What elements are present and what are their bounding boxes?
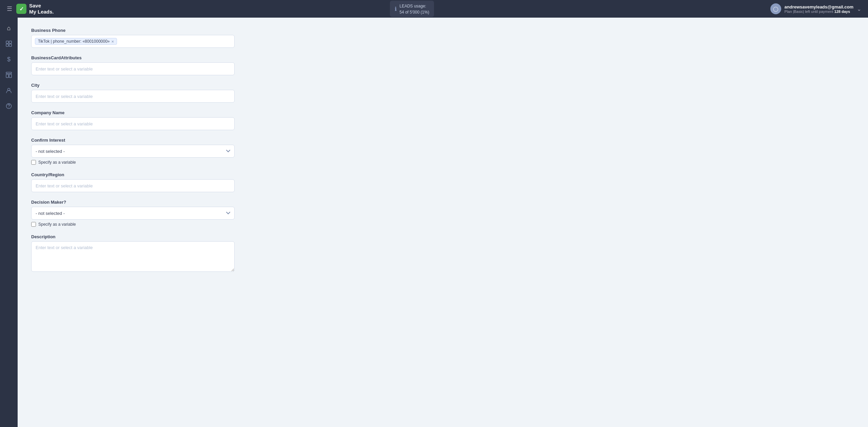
topbar: ☰ ✓ Save My Leads. ℹ LEADS usage: 54 of … [0,0,868,18]
topbar-right: ◯ andrewsavemyleads@gmail.com Plan |Basi… [770,3,861,14]
decision-maker-checkbox-row: Specify as a variable [31,222,854,227]
sidebar-item-help[interactable] [2,100,15,113]
decision-maker-wrapper: - not selected - [31,207,235,220]
business-card-attributes-input[interactable] [31,62,235,75]
leads-usage-value: 54 of 5'000 (1%) [399,10,429,15]
confirm-interest-label: Confirm Interest [31,138,854,143]
topbar-center: ℹ LEADS usage: 54 of 5'000 (1%) [390,1,434,17]
hamburger-icon[interactable]: ☰ [7,5,12,13]
company-name-input[interactable] [31,117,235,130]
svg-rect-5 [6,74,8,78]
decision-maker-select[interactable]: - not selected - [31,207,235,220]
business-phone-field: Business Phone TikTok | phone_number: «8… [31,28,854,48]
svg-rect-6 [9,74,12,78]
city-label: City [31,83,854,88]
tiktok-phone-tag: TikTok | phone_number: «8001000000» × [35,38,117,45]
sidebar-item-templates[interactable] [2,68,15,81]
user-email: andrewsavemyleads@gmail.com [785,4,853,9]
decision-maker-field: Decision Maker? - not selected - Specify… [31,200,854,227]
leads-usage-box: ℹ LEADS usage: 54 of 5'000 (1%) [390,1,434,17]
svg-point-9 [8,107,9,108]
user-avatar: ◯ [770,3,781,14]
logo-text: Save My Leads. [29,3,54,15]
logo-checkmark: ✓ [16,4,26,14]
leads-usage-text: LEADS usage: 54 of 5'000 (1%) [399,3,429,15]
sidebar-item-integrations[interactable] [2,37,15,50]
svg-rect-0 [6,41,8,43]
confirm-interest-specify-label[interactable]: Specify as a variable [38,160,76,165]
confirm-interest-select[interactable]: - not selected - [31,145,235,158]
company-name-field: Company Name [31,110,854,130]
content-area: Business Phone TikTok | phone_number: «8… [18,18,868,427]
user-info: andrewsavemyleads@gmail.com Plan |Basic|… [785,4,853,14]
info-icon: ℹ [395,6,397,12]
tag-close-icon[interactable]: × [112,39,114,44]
sidebar-item-billing[interactable]: $ [2,53,15,66]
topbar-left: ☰ ✓ Save My Leads. [7,3,54,15]
business-card-attributes-field: BusinessCardAttributes [31,55,854,75]
plan-info: Plan |Basic| left until payment 128 days [785,9,853,14]
country-region-label: Country/Region [31,172,854,177]
chevron-down-icon[interactable]: ⌄ [857,6,861,12]
logo-wrap: ✓ Save My Leads. [16,3,54,15]
country-region-field: Country/Region [31,172,854,192]
confirm-interest-field: Confirm Interest - not selected - Specif… [31,138,854,165]
description-textarea[interactable] [31,241,235,272]
svg-rect-1 [9,41,12,43]
city-input[interactable] [31,90,235,103]
confirm-interest-wrapper: - not selected - [31,145,235,158]
description-label: Description [31,234,854,239]
decision-maker-label: Decision Maker? [31,200,854,205]
business-card-attributes-label: BusinessCardAttributes [31,55,854,60]
business-phone-label: Business Phone [31,28,854,33]
business-phone-input[interactable]: TikTok | phone_number: «8001000000» × [31,35,235,48]
sidebar-item-home[interactable]: ⌂ [2,22,15,35]
leads-usage-label: LEADS usage: [399,4,426,8]
svg-rect-4 [6,72,12,74]
svg-rect-2 [6,44,8,46]
tag-text: TikTok | phone_number: «8001000000» [38,39,110,44]
decision-maker-specify-label[interactable]: Specify as a variable [38,222,76,227]
sidebar: ⌂ $ [0,18,18,427]
country-region-input[interactable] [31,179,235,192]
sidebar-item-account[interactable] [2,84,15,97]
decision-maker-specify-checkbox[interactable] [31,222,36,227]
city-field: City [31,83,854,103]
confirm-interest-checkbox-row: Specify as a variable [31,160,854,165]
confirm-interest-specify-checkbox[interactable] [31,160,36,165]
svg-rect-3 [9,44,12,46]
company-name-label: Company Name [31,110,854,115]
description-field: Description [31,234,854,273]
main-layout: ⌂ $ Business Phone TikTok | phone_number… [0,18,868,427]
